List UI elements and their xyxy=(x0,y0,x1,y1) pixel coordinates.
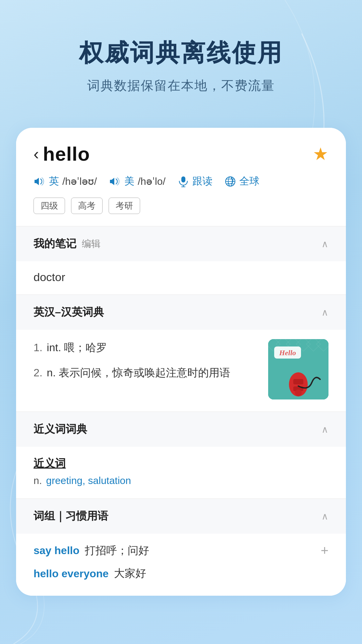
tag-cet4: 四级 xyxy=(34,198,65,214)
notes-content: doctor xyxy=(16,261,346,294)
synonyms-content: 近义词 n. greeting, salutation xyxy=(16,447,346,498)
def-text-1: 喂；哈罗 xyxy=(64,341,107,354)
british-ipa: /həˈləʊ/ xyxy=(62,175,97,187)
svg-text:Hello: Hello xyxy=(279,348,296,357)
hello-img-inner: Hello xyxy=(268,339,328,399)
dict-chevron[interactable]: ∧ xyxy=(321,307,328,318)
phrases-title: 词组｜习惯用语 xyxy=(34,509,108,524)
british-phonetic: 英 /həˈləʊ/ xyxy=(34,174,97,188)
phrase-text-2[interactable]: hello everyone xyxy=(34,568,109,580)
dict-definitions: 1. int. 喂；哈罗 2. n. 表示问候，惊奇或唤起注意时的用语 xyxy=(34,339,260,389)
syn-row: n. greeting, salutation xyxy=(34,475,328,486)
syn-pos: n. xyxy=(34,475,42,486)
syn-chevron[interactable]: ∧ xyxy=(321,424,328,435)
notes-section-header: 我的笔记 编辑 ∧ xyxy=(16,226,346,261)
dict-title: 英汉–汉英词典 xyxy=(34,305,104,320)
syn-section-header: 近义词词典 ∧ xyxy=(16,412,346,447)
notes-chevron[interactable]: ∧ xyxy=(321,238,328,250)
def-pos-2: n. xyxy=(47,367,59,379)
hello-img-bg: Hello xyxy=(268,339,328,399)
def-item-2: 2. n. 表示问候，惊奇或唤起注意时的用语 xyxy=(34,364,260,381)
syn-words[interactable]: greeting, salutation xyxy=(46,475,131,486)
follow-read-btn[interactable]: 跟读 xyxy=(178,174,213,188)
american-label: 美 xyxy=(124,174,134,188)
back-arrow[interactable]: ‹ xyxy=(34,146,39,162)
def-text-2: 表示问候，惊奇或唤起注意时的用语 xyxy=(59,367,230,379)
def-num-1: 1. xyxy=(34,341,43,354)
def-num-2: 2. xyxy=(34,367,43,379)
phrases-content: say hello 打招呼；问好 + hello everyone 大家好 xyxy=(16,534,346,596)
phrase-item-2: hello everyone 大家好 xyxy=(34,566,328,581)
phrases-chevron[interactable]: ∧ xyxy=(321,511,328,522)
phonetics-row: 英 /həˈləʊ/ 美 /həˈlo/ xyxy=(34,174,328,188)
sub-title: 词典数据保留在本地，不费流量 xyxy=(20,77,342,94)
top-section: 权威词典离线使用 词典数据保留在本地，不费流量 xyxy=(0,0,362,114)
dict-section-header: 英汉–汉英词典 ∧ xyxy=(16,295,346,330)
follow-read-label: 跟读 xyxy=(192,174,213,188)
main-title: 权威词典离线使用 xyxy=(20,37,342,69)
dict-content: 1. int. 喂；哈罗 2. n. 表示问候，惊奇或唤起注意时的用语 xyxy=(16,330,346,412)
svg-point-21 xyxy=(295,389,302,396)
global-btn[interactable]: 全球 xyxy=(225,174,259,188)
word-row: ‹ hello ★ xyxy=(34,143,328,165)
phrase-meaning-1: 打招呼；问好 xyxy=(85,543,149,558)
svg-point-22 xyxy=(296,379,300,383)
global-label: 全球 xyxy=(239,174,259,188)
tags-row: 四级 高考 考研 xyxy=(34,198,328,214)
phrase-add-btn-1[interactable]: + xyxy=(321,543,328,558)
sound-icon-british[interactable] xyxy=(34,175,46,187)
notes-word: doctor xyxy=(34,271,65,283)
syn-title: 近义词词典 xyxy=(34,422,87,437)
british-label: 英 xyxy=(49,174,59,188)
word-back: ‹ hello xyxy=(34,143,90,165)
american-ipa: /həˈlo/ xyxy=(138,175,166,187)
notes-edit-btn[interactable]: 编辑 xyxy=(82,237,101,250)
tag-gaokao: 高考 xyxy=(71,198,103,214)
dict-image: Hello xyxy=(268,339,328,399)
word-header: ‹ hello ★ 英 /həˈləʊ/ xyxy=(16,128,346,226)
american-phonetic: 美 /həˈlo/ xyxy=(109,174,166,188)
def-item-1: 1. int. 喂；哈罗 xyxy=(34,339,260,356)
notes-title: 我的笔记 xyxy=(34,236,76,251)
def-pos-1: int. xyxy=(47,341,64,354)
svg-rect-0 xyxy=(181,176,185,182)
phrases-section-header: 词组｜习惯用语 ∧ xyxy=(16,499,346,534)
tag-kaoyan: 考研 xyxy=(109,198,140,214)
globe-icon xyxy=(225,176,236,187)
phrase-row-1: say hello 打招呼；问好 xyxy=(34,543,321,558)
phrase-row-2: hello everyone 大家好 xyxy=(34,566,328,581)
star-icon[interactable]: ★ xyxy=(313,144,328,164)
sound-icon-american[interactable] xyxy=(109,175,121,187)
phrase-text-1[interactable]: say hello xyxy=(34,544,79,557)
mic-icon xyxy=(178,176,189,187)
syn-category: 近义词 xyxy=(34,456,328,471)
word-text: hello xyxy=(43,143,90,165)
phrase-meaning-2: 大家好 xyxy=(114,566,146,581)
dictionary-card: ‹ hello ★ 英 /həˈləʊ/ xyxy=(16,128,346,596)
phrase-item-1: say hello 打招呼；问好 + xyxy=(34,543,328,558)
